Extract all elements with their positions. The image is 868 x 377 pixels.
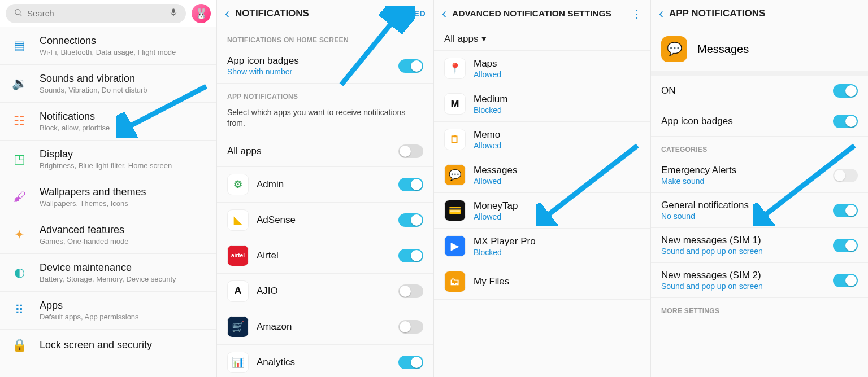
section-apps-label: APP NOTIFICATIONS	[217, 84, 433, 105]
app-row[interactable]: 📊 Analytics	[217, 345, 433, 377]
category-row[interactable]: New messages (SIM 1) Sound and pop up on…	[651, 228, 868, 263]
settings-sub: Wallpapers, Themes, Icons	[40, 199, 205, 208]
category-row[interactable]: General notifications No sound	[651, 193, 868, 228]
app-notifications-panel: ‹ APP NOTIFICATIONS 💬 Messages ON App ic…	[651, 0, 868, 377]
settings-icon: ◐	[11, 265, 27, 280]
settings-row-advanced-features[interactable]: ✦ Advanced features Games, One-handed mo…	[0, 216, 216, 254]
app-row[interactable]: 🗒 Memo Allowed	[434, 122, 650, 157]
app-name: MX Player Pro	[474, 236, 640, 247]
filter-dropdown[interactable]: All apps ▾	[434, 27, 650, 51]
settings-sub: Block, allow, prioritise	[40, 124, 205, 132]
settings-sub: Battery, Storage, Memory, Device securit…	[40, 275, 205, 283]
settings-row-connections[interactable]: ▤ Connections Wi-Fi, Bluetooth, Data usa…	[0, 27, 216, 65]
search-field[interactable]	[6, 4, 186, 23]
settings-title: Wallpapers and themes	[40, 186, 205, 198]
app-name: Analytics	[257, 357, 390, 368]
app-row[interactable]: 💳 MoneyTap Allowed	[434, 193, 650, 229]
app-row[interactable]: 🛒 Amazon	[217, 309, 433, 345]
app-toggle[interactable]	[398, 320, 423, 334]
app-icon: A	[227, 280, 249, 302]
app-toggle[interactable]	[398, 249, 423, 262]
app-row[interactable]: airtel Airtel	[217, 238, 433, 274]
settings-panel: 🐰 ▤ Connections Wi-Fi, Bluetooth, Data u…	[0, 0, 217, 377]
back-icon[interactable]: ‹	[225, 6, 229, 21]
category-sub: Sound and pop up on screen	[661, 282, 825, 291]
svg-rect-2	[172, 8, 175, 13]
badges-toggle[interactable]	[398, 59, 423, 73]
app-toggle[interactable]	[398, 284, 423, 298]
category-toggle[interactable]	[833, 239, 858, 252]
app-name: Airtel	[257, 250, 390, 261]
search-input[interactable]	[27, 8, 164, 18]
app-toggle[interactable]	[398, 356, 423, 369]
app-row[interactable]: A AJIO	[217, 274, 433, 309]
app-icon: 🗂	[444, 271, 466, 292]
settings-icon: ☷	[11, 113, 27, 129]
app-row[interactable]: 💬 Messages Allowed	[434, 157, 650, 193]
settings-title: Lock screen and security	[40, 339, 205, 351]
notifications-panel: ‹ NOTIFICATIONS ADVANCED NOTIFICATIONS O…	[217, 0, 434, 377]
category-title: New messages (SIM 2)	[661, 270, 825, 281]
app-icon: M	[444, 93, 466, 115]
settings-sub: Sounds, Vibration, Do not disturb	[40, 86, 205, 94]
app-row[interactable]: 📍 Maps Allowed	[434, 51, 650, 86]
settings-title: Apps	[40, 300, 205, 312]
more-icon[interactable]: ⋮	[631, 7, 643, 20]
settings-icon: ◳	[11, 151, 27, 167]
app-row[interactable]: 🗂 My Files	[434, 264, 650, 300]
settings-icon: 🔒	[11, 337, 27, 353]
settings-sub: Wi-Fi, Bluetooth, Data usage, Flight mod…	[40, 48, 205, 56]
all-apps-toggle[interactable]	[398, 144, 423, 158]
on-toggle[interactable]	[833, 84, 858, 98]
settings-row-notifications[interactable]: ☷ Notifications Block, allow, prioritise	[0, 103, 216, 141]
app-name: Medium	[474, 94, 640, 105]
categories-label: CATEGORIES	[651, 137, 868, 158]
app-icon: 💳	[444, 200, 466, 221]
app-name: Maps	[474, 58, 640, 69]
app-status: Blocked	[474, 106, 640, 115]
app-icon: 📊	[227, 352, 249, 373]
settings-title: Notifications	[40, 111, 205, 122]
category-toggle[interactable]	[833, 274, 858, 287]
mic-icon[interactable]	[169, 7, 178, 20]
category-row[interactable]: Emergency Alerts Make sound	[651, 158, 868, 193]
settings-row-device-maintenance[interactable]: ◐ Device maintenance Battery, Storage, M…	[0, 254, 216, 292]
app-status: Allowed	[474, 177, 640, 186]
app-toggle[interactable]	[398, 213, 423, 227]
app-toggle[interactable]	[398, 178, 423, 191]
app-row[interactable]: ◣ AdSense	[217, 203, 433, 238]
page-title: NOTIFICATIONS	[235, 8, 374, 19]
settings-row-sounds-and-vibration[interactable]: 🔉 Sounds and vibration Sounds, Vibration…	[0, 65, 216, 103]
app-icon: ◣	[227, 209, 249, 231]
badges-title: App icon badges	[661, 116, 825, 127]
settings-sub: Brightness, Blue light filter, Home scre…	[40, 161, 205, 170]
badges-toggle[interactable]	[833, 115, 858, 128]
settings-row-display[interactable]: ◳ Display Brightness, Blue light filter,…	[0, 141, 216, 178]
settings-title: Device maintenance	[40, 262, 205, 274]
advanced-settings-panel: ‹ ADVANCED NOTIFICATION SETTINGS ⋮ All a…	[434, 0, 651, 377]
category-toggle[interactable]	[833, 204, 858, 217]
settings-row-lock-screen-and-security[interactable]: 🔒 Lock screen and security	[0, 330, 216, 361]
on-label: ON	[661, 85, 825, 97]
advanced-link[interactable]: ADVANCED	[379, 9, 426, 18]
profile-avatar[interactable]: 🐰	[192, 4, 211, 23]
svg-line-1	[20, 14, 21, 16]
settings-sub: Games, One-handed mode	[40, 237, 205, 246]
chevron-down-icon: ▾	[481, 33, 487, 45]
app-row[interactable]: ⚙ Admin	[217, 167, 433, 203]
section-apps-desc: Select which apps you want to receive no…	[217, 105, 433, 137]
settings-row-apps[interactable]: ⠿ Apps Default apps, App permissions	[0, 292, 216, 330]
back-icon[interactable]: ‹	[442, 6, 446, 21]
settings-icon: ▤	[11, 38, 27, 54]
settings-sub: Default apps, App permissions	[40, 313, 205, 321]
app-row[interactable]: M Medium Blocked	[434, 86, 650, 122]
app-name: Admin	[257, 179, 390, 190]
settings-row-wallpapers-and-themes[interactable]: 🖌 Wallpapers and themes Wallpapers, Them…	[0, 178, 216, 216]
search-icon	[14, 8, 23, 19]
category-row[interactable]: New messages (SIM 2) Sound and pop up on…	[651, 263, 868, 298]
badges-title: App icon badges	[227, 55, 390, 67]
app-row[interactable]: ▶ MX Player Pro Blocked	[434, 229, 650, 264]
page-title: ADVANCED NOTIFICATION SETTINGS	[452, 8, 626, 19]
back-icon[interactable]: ‹	[659, 6, 663, 21]
app-name: My Files	[474, 276, 640, 287]
